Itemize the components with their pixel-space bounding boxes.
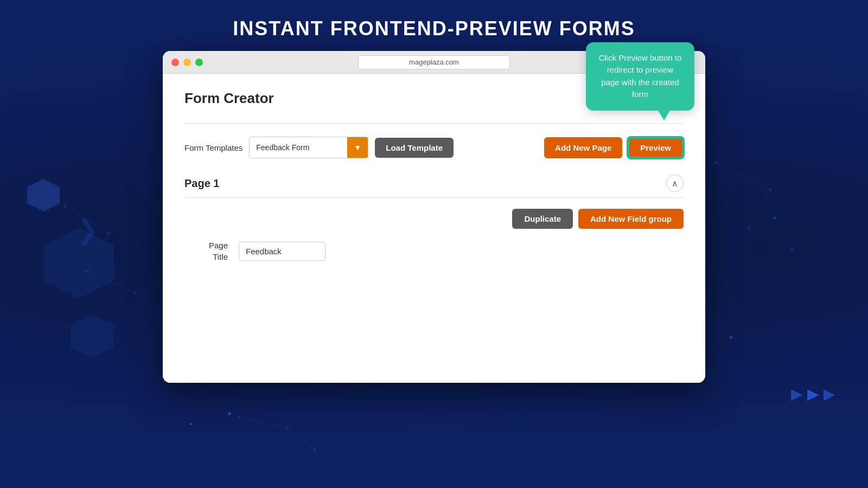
preview-tooltip: Click Preview button to redirect to prev… bbox=[586, 42, 694, 111]
dot-decoration-5 bbox=[228, 412, 231, 415]
svg-line-0 bbox=[65, 206, 108, 233]
page-title-field-label: PageTitle bbox=[184, 240, 228, 262]
dot-decoration-2 bbox=[774, 217, 776, 219]
page-main-title: INSTANT FRONTEND-PREVIEW FORMS bbox=[233, 17, 635, 40]
right-arrows-decoration: ▶ ▶ ▶ bbox=[791, 385, 835, 403]
collapse-section-button[interactable]: ∧ bbox=[666, 175, 684, 192]
browser-window-controls bbox=[171, 59, 203, 66]
svg-point-10 bbox=[714, 161, 718, 164]
load-template-button[interactable]: Load Template bbox=[375, 138, 454, 158]
hex-decoration-1 bbox=[43, 228, 114, 298]
svg-line-2 bbox=[87, 271, 136, 293]
browser-content: Form Creator Form Templates Feedback For… bbox=[163, 74, 705, 383]
svg-point-3 bbox=[63, 204, 67, 208]
form-templates-row: Form Templates Feedback Form ▼ Load Temp… bbox=[184, 137, 684, 158]
page-title-input[interactable] bbox=[239, 242, 326, 261]
page-title-row: PageTitle bbox=[184, 240, 684, 262]
url-bar[interactable]: mageplaza.com bbox=[358, 55, 510, 69]
svg-point-11 bbox=[769, 188, 772, 191]
svg-line-7 bbox=[716, 163, 770, 190]
svg-point-16 bbox=[313, 448, 316, 452]
svg-line-8 bbox=[749, 190, 770, 228]
url-text: mageplaza.com bbox=[409, 58, 459, 66]
add-field-group-button[interactable]: Add New Field group bbox=[578, 209, 684, 229]
add-new-page-button[interactable]: Add New Page bbox=[544, 137, 622, 158]
template-dropdown-arrow[interactable]: ▼ bbox=[347, 137, 368, 158]
svg-line-9 bbox=[749, 228, 792, 249]
dot-decoration-3 bbox=[730, 336, 732, 339]
form-templates-label: Form Templates bbox=[184, 143, 242, 152]
window-minimize-button[interactable] bbox=[183, 59, 191, 66]
heading-divider bbox=[184, 123, 684, 124]
duplicate-button[interactable]: Duplicate bbox=[512, 209, 573, 229]
preview-button-container: Preview Click Preview button to redirect… bbox=[628, 137, 684, 158]
svg-point-13 bbox=[790, 248, 794, 251]
window-maximize-button[interactable] bbox=[195, 59, 203, 66]
tooltip-text: Click Preview button to redirect to prev… bbox=[599, 53, 682, 99]
preview-button[interactable]: Preview bbox=[628, 137, 684, 158]
template-select-value: Feedback Form bbox=[250, 139, 347, 156]
hex-decoration-3 bbox=[27, 179, 60, 211]
left-chevron-decoration: ❯ bbox=[76, 214, 99, 246]
svg-point-6 bbox=[134, 291, 137, 294]
page-section-title: Page 1 bbox=[184, 177, 219, 190]
svg-point-5 bbox=[85, 269, 88, 273]
svg-line-1 bbox=[87, 233, 108, 271]
page-section: Page 1 ∧ Duplicate Add New Field group P… bbox=[184, 175, 684, 262]
browser-window: mageplaza.com Form Creator Form Template… bbox=[163, 51, 705, 383]
right-action-buttons: Add New Page Preview Click Preview butto… bbox=[544, 137, 684, 158]
svg-point-12 bbox=[747, 226, 750, 229]
window-close-button[interactable] bbox=[171, 59, 179, 66]
dot-decoration-4 bbox=[190, 423, 192, 425]
svg-point-14 bbox=[237, 416, 240, 419]
svg-point-4 bbox=[107, 232, 110, 235]
page-actions: Duplicate Add New Field group bbox=[184, 209, 684, 229]
page-section-header: Page 1 ∧ bbox=[184, 175, 684, 198]
template-select[interactable]: Feedback Form ▼ bbox=[249, 137, 368, 158]
svg-point-15 bbox=[286, 427, 289, 430]
chevron-up-icon: ∧ bbox=[672, 178, 678, 189]
hex-decoration-2 bbox=[71, 314, 114, 358]
